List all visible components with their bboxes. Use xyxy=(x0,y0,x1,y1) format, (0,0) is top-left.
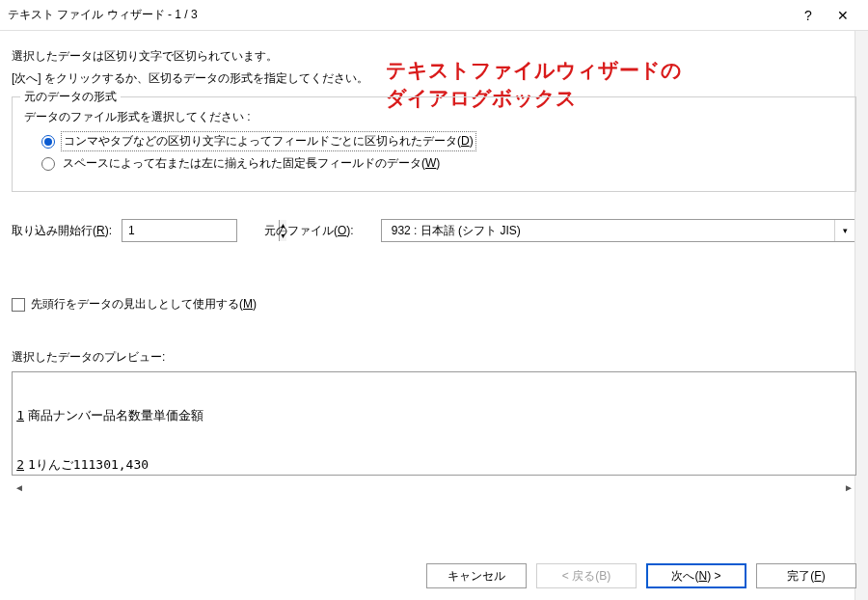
encoding-label: 元のファイル(O): xyxy=(264,223,354,239)
finish-button[interactable]: 完了(F) xyxy=(756,563,856,588)
close-icon[interactable]: ✕ xyxy=(826,2,860,29)
window-right-strip xyxy=(854,31,868,600)
start-row-and-encoding: 取り込み開始行(R): ▲ ▼ 元のファイル(O): 932 : 日本語 (シフ… xyxy=(12,219,856,242)
radio-fixed-width[interactable]: スペースによって右または左に揃えられた固定長フィールドのデータ(W) xyxy=(41,155,844,172)
dialog-footer: キャンセル < 戻る(B) 次へ(N) > 完了(F) xyxy=(426,563,856,588)
scroll-left-icon[interactable]: ◄ xyxy=(12,479,27,495)
back-button: < 戻る(B) xyxy=(536,563,637,588)
group-legend: 元のデータの形式 xyxy=(20,89,121,105)
preview-text: 商品ナンバー品名数量単価金額 xyxy=(26,407,203,423)
preview-label: 選択したデータのプレビュー: xyxy=(12,349,856,366)
next-button[interactable]: 次へ(N) > xyxy=(646,563,746,588)
preview-line: 21りんご111301,430 xyxy=(13,456,855,473)
preview-box: 1商品ナンバー品名数量単価金額 21りんご111301,430 32メロン545… xyxy=(12,371,856,476)
radio-delimited-indicator xyxy=(41,135,55,149)
help-icon[interactable]: ? xyxy=(791,2,826,29)
preview-gutter: 1 xyxy=(13,407,26,423)
cancel-button[interactable]: キャンセル xyxy=(426,563,527,588)
start-row-spinner[interactable]: ▲ ▼ xyxy=(122,219,237,242)
start-row-label: 取り込み開始行(R): xyxy=(12,223,112,239)
chevron-down-icon[interactable]: ▾ xyxy=(834,220,855,241)
radio-fixed-width-label: スペースによって右または左に揃えられた固定長フィールドのデータ(W) xyxy=(63,155,440,172)
header-row-checkbox-label: 先頭行をデータの見出しとして使用する(M) xyxy=(31,296,257,313)
preview-line: 1商品ナンバー品名数量単価金額 xyxy=(13,407,855,423)
data-format-group: 元のデータの形式 データのファイル形式を選択してください : コンマやタブなどの… xyxy=(12,96,856,192)
scroll-right-icon[interactable]: ► xyxy=(841,479,856,495)
preview-horizontal-scrollbar[interactable]: ◄ ► xyxy=(12,479,856,495)
header-row-checkbox-box[interactable] xyxy=(12,298,25,312)
dialog-content: 選択したデータは区切り文字で区切られています。 [次へ] をクリックするか、区切… xyxy=(0,31,868,495)
window-title: テキスト ファイル ウィザード - 1 / 3 xyxy=(8,7,791,23)
titlebar: テキスト ファイル ウィザード - 1 / 3 ? ✕ xyxy=(0,0,868,31)
radio-delimited-label: コンマやタブなどの区切り文字によってフィールドごとに区切られたデータ(D) xyxy=(63,133,475,150)
group-instruction: データのファイル形式を選択してください : xyxy=(24,109,844,125)
encoding-value: 932 : 日本語 (シフト JIS) xyxy=(382,223,834,239)
preview-text: 1りんご111301,430 xyxy=(26,456,149,473)
preview-gutter: 2 xyxy=(13,456,26,473)
header-row-checkbox[interactable]: 先頭行をデータの見出しとして使用する(M) xyxy=(12,296,856,313)
radio-delimited[interactable]: コンマやタブなどの区切り文字によってフィールドごとに区切られたデータ(D) xyxy=(41,133,844,150)
radio-fixed-width-indicator xyxy=(41,157,55,171)
start-row-input[interactable] xyxy=(122,220,279,241)
intro-line-1: 選択したデータは区切り文字で区切られています。 xyxy=(12,48,856,65)
encoding-select[interactable]: 932 : 日本語 (シフト JIS) ▾ xyxy=(381,219,856,242)
intro-line-2: [次へ] をクリックするか、区切るデータの形式を指定してください。 xyxy=(12,70,856,87)
preview-inner: 1商品ナンバー品名数量単価金額 21りんご111301,430 32メロン545… xyxy=(13,372,855,476)
